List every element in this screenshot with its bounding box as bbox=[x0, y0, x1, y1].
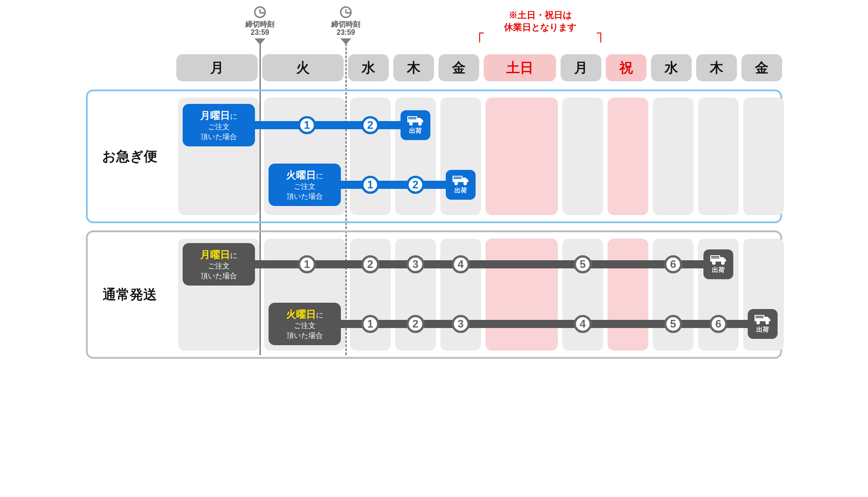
deadline-time: 23:59 bbox=[323, 28, 368, 37]
progress-bar bbox=[336, 181, 454, 189]
order-card: 月曜日に ご注文 頂いた場合 bbox=[183, 104, 255, 146]
svg-point-4 bbox=[418, 122, 422, 126]
truck-icon bbox=[452, 175, 469, 186]
ship-badge: 出荷 bbox=[703, 249, 733, 279]
svg-rect-12 bbox=[711, 258, 719, 258]
step-badge: 1 bbox=[361, 315, 379, 333]
svg-rect-7 bbox=[453, 178, 462, 179]
step-badge: 3 bbox=[406, 255, 425, 273]
progress-bar bbox=[250, 121, 409, 129]
deadline-marker-1: 締切時刻 23:59 bbox=[237, 6, 283, 45]
step-badge: 1 bbox=[361, 176, 379, 194]
svg-rect-6 bbox=[453, 177, 462, 178]
deadline-time: 23:59 bbox=[237, 28, 283, 37]
holiday-note-line2: 休業日となります bbox=[479, 21, 601, 33]
order-line2: ご注文 bbox=[208, 122, 230, 132]
order-line3: 頂いた場合 bbox=[201, 271, 237, 281]
svg-rect-17 bbox=[755, 317, 764, 318]
bracket-left-icon bbox=[479, 33, 484, 42]
day-pill: 金 bbox=[741, 54, 782, 81]
bracket-right-icon bbox=[597, 33, 601, 42]
section-express: お急ぎ便 月曜日に ご注文 頂いた場合 1 2 出荷 bbox=[86, 89, 782, 223]
svg-point-3 bbox=[409, 122, 413, 126]
ship-badge: 出荷 bbox=[446, 170, 476, 200]
ship-label: 出荷 bbox=[454, 187, 467, 195]
timeline-express-mon: 月曜日に ご注文 頂いた場合 1 2 出荷 bbox=[178, 104, 774, 154]
truck-icon bbox=[754, 314, 771, 325]
step-badge: 1 bbox=[298, 116, 316, 134]
step-badge: 6 bbox=[709, 315, 727, 333]
order-card: 火曜日に ご注文 頂いた場合 bbox=[269, 164, 341, 206]
order-day: 月曜日 bbox=[200, 110, 230, 121]
day-pill: 金 bbox=[439, 54, 479, 81]
order-line3: 頂いた場合 bbox=[287, 192, 323, 202]
order-line2: ご注文 bbox=[208, 261, 230, 271]
ship-label: 出荷 bbox=[712, 266, 725, 274]
section-normal: 通常発送 月曜日に ご注文 頂いた場合 1 2 3 4 5 6 bbox=[86, 230, 782, 359]
section-title: お急ぎ便 bbox=[88, 147, 172, 166]
svg-point-18 bbox=[756, 321, 760, 324]
svg-point-9 bbox=[463, 182, 467, 185]
svg-point-19 bbox=[765, 321, 769, 324]
step-badge: 2 bbox=[361, 255, 379, 273]
svg-point-13 bbox=[712, 261, 716, 265]
step-badge: 4 bbox=[574, 315, 592, 333]
clock-icon bbox=[254, 6, 266, 18]
ship-label: 出荷 bbox=[409, 127, 422, 135]
step-badge: 6 bbox=[664, 255, 682, 273]
order-line2: ご注文 bbox=[294, 321, 316, 331]
order-line3: 頂いた場合 bbox=[201, 132, 237, 142]
step-badge: 2 bbox=[406, 176, 425, 194]
step-badge: 1 bbox=[298, 255, 316, 273]
step-badge: 3 bbox=[452, 315, 470, 333]
day-pill: 水 bbox=[651, 54, 692, 81]
order-card: 火曜日に ご注文 頂いた場合 bbox=[269, 303, 341, 345]
timeline-normal-tue: 火曜日に ご注文 頂いた場合 1 2 3 4 5 6 出荷 bbox=[178, 303, 774, 352]
deadline-label: 締切時刻 bbox=[323, 20, 368, 28]
day-pill-holiday: 祝 bbox=[606, 54, 646, 81]
truck-icon bbox=[407, 115, 424, 126]
ship-label: 出荷 bbox=[756, 326, 769, 334]
deadline-label: 締切時刻 bbox=[237, 20, 283, 28]
ship-badge: 出荷 bbox=[401, 110, 430, 140]
step-badge: 4 bbox=[452, 255, 470, 273]
holiday-note-line1: ※土日・祝日は bbox=[479, 9, 601, 21]
svg-point-8 bbox=[454, 182, 458, 185]
order-day: 月曜日 bbox=[200, 249, 230, 260]
day-header-row: 月 火 水 木 金 土日 月 祝 水 木 金 bbox=[176, 54, 782, 81]
svg-rect-1 bbox=[408, 117, 416, 118]
day-pill: 木 bbox=[696, 54, 737, 81]
order-ni: に bbox=[230, 252, 237, 259]
svg-rect-11 bbox=[711, 256, 719, 257]
day-pill: 木 bbox=[393, 54, 434, 81]
order-day: 火曜日 bbox=[286, 309, 316, 320]
truck-icon bbox=[710, 254, 727, 265]
day-pill: 水 bbox=[348, 54, 389, 81]
order-ni: に bbox=[316, 172, 323, 180]
deadline-marker-2: 締切時刻 23:59 bbox=[323, 6, 368, 45]
svg-rect-2 bbox=[408, 118, 416, 119]
day-pill: 火 bbox=[262, 54, 344, 81]
day-pill: 月 bbox=[561, 54, 601, 81]
order-line2: ご注文 bbox=[294, 182, 316, 192]
order-card: 月曜日に ご注文 頂いた場合 bbox=[183, 243, 255, 286]
day-pill: 月 bbox=[176, 54, 258, 81]
step-badge: 5 bbox=[664, 315, 682, 333]
order-ni: に bbox=[316, 311, 323, 319]
timeline-express-tue: 火曜日に ご注文 頂いた場合 1 2 出荷 bbox=[178, 164, 774, 213]
day-pill-holiday: 土日 bbox=[484, 54, 556, 81]
order-line3: 頂いた場合 bbox=[287, 331, 323, 341]
clock-icon bbox=[340, 6, 352, 18]
step-badge: 2 bbox=[406, 315, 425, 333]
timeline-normal-mon: 月曜日に ご注文 頂いた場合 1 2 3 4 5 6 出荷 bbox=[178, 243, 774, 293]
ship-badge: 出荷 bbox=[748, 309, 778, 339]
progress-bar bbox=[250, 260, 730, 268]
svg-rect-16 bbox=[755, 316, 764, 317]
holiday-note: ※土日・祝日は 休業日となります bbox=[479, 9, 601, 33]
section-title: 通常発送 bbox=[88, 286, 172, 304]
order-day: 火曜日 bbox=[286, 169, 316, 181]
step-badge: 5 bbox=[574, 255, 592, 273]
step-badge: 2 bbox=[361, 116, 379, 134]
svg-point-14 bbox=[721, 261, 725, 265]
order-ni: に bbox=[230, 113, 237, 120]
